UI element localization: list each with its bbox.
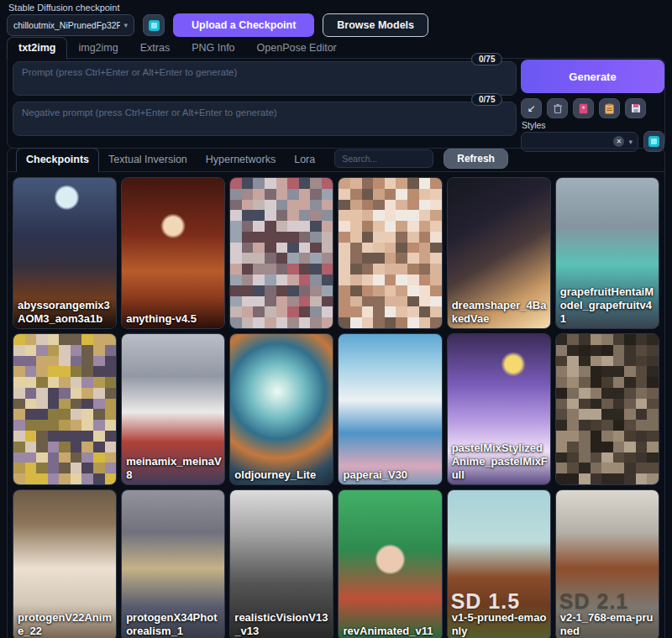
model-card-blurred-2[interactable] [338, 177, 442, 329]
thumbnail-overlay-text: SD 2.1 [559, 589, 628, 614]
extra-networks-panel: Checkpoints Textual Inversion Hypernetwo… [7, 148, 665, 638]
model-card-revanimated[interactable]: revAnimated_v11 [338, 489, 442, 638]
model-card-v21-768[interactable]: SD 2.1 v2-1_768-ema-pruned [555, 489, 659, 638]
model-thumbnail-pixelated [339, 178, 441, 328]
paste-params-button[interactable]: ↙ [521, 98, 542, 118]
checkpoint-label: Stable Diffusion checkpoint [8, 3, 120, 13]
model-card-name: dreamshaper_4BakedVae [452, 299, 549, 326]
model-card-name: paperai_V30 [343, 468, 439, 482]
clipboard-icon [605, 103, 614, 114]
model-card-name: protogenV22Anime_22 [18, 611, 114, 638]
model-card-name: abyssorangemix3AOM3_aom3a1b [18, 299, 114, 326]
styles-label: Styles [522, 120, 546, 130]
model-card-grid: abyssorangemix3AOM3_aom3a1b anything-v4.… [8, 172, 664, 638]
refresh-icon [648, 136, 659, 147]
model-card-name: pastelMixStylizedAnime_pastelMixFull [452, 442, 549, 482]
model-thumbnail-pixelated [556, 334, 659, 484]
model-card-name: realisticVisionV13_v13 [234, 611, 331, 638]
model-card-oldjourney[interactable]: oldjourney_Lite [229, 333, 333, 485]
model-card-blurred-4[interactable] [555, 333, 659, 485]
tab-extras[interactable]: Extras [129, 38, 181, 59]
refresh-button[interactable]: Refresh [444, 149, 508, 169]
txt2img-panel: 0/75 Prompt (press Ctrl+Enter or Alt+Ent… [7, 58, 665, 149]
tab-lora[interactable]: Lora [285, 149, 324, 171]
tab-hypernetworks[interactable]: Hypernetworks [197, 149, 285, 171]
model-card-protogen-v22[interactable]: protogenV22Anime_22 [13, 489, 117, 638]
search-input[interactable] [334, 149, 433, 168]
apply-style-button[interactable] [599, 98, 620, 118]
model-card-pastelmix[interactable]: pastelMixStylizedAnime_pastelMixFull [447, 333, 551, 485]
model-card-name: protogenX34Photorealism_1 [126, 611, 223, 638]
tab-png-info[interactable]: PNG Info [181, 38, 245, 59]
networks-tab-bar: Checkpoints Textual Inversion Hypernetwo… [8, 149, 664, 172]
browse-models-button[interactable]: Browse Models [323, 13, 428, 37]
model-card-name: v2-1_768-ema-pruned [560, 611, 657, 638]
tab-txt2img[interactable]: txt2img [7, 37, 67, 60]
model-card-abyssorangemix[interactable]: abyssorangemix3AOM3_aom3a1b [13, 177, 117, 329]
refresh-icon [149, 20, 160, 31]
prompt-input[interactable]: Prompt (press Ctrl+Enter or Alt+Enter to… [13, 61, 517, 96]
model-card-name: anything-v4.5 [126, 312, 223, 326]
main-tab-bar: txt2img img2img Extras PNG Info OpenPose… [7, 38, 665, 59]
clear-prompt-button[interactable] [547, 98, 568, 118]
model-card-blurred-1[interactable] [229, 177, 333, 329]
thumbnail-overlay-text: SD 1.5 [451, 589, 520, 614]
model-card-grapefruit[interactable]: grapefruitHentaiModel_grapefruitv41 [555, 177, 659, 329]
negative-prompt-token-counter: 0/75 [471, 93, 502, 106]
model-thumbnail-pixelated [230, 178, 333, 328]
trash-icon [553, 103, 563, 114]
upload-checkpoint-button[interactable]: Upload a Checkpoint [173, 13, 314, 37]
extra-networks-button[interactable] [573, 98, 594, 118]
model-card-name: grapefruitHentaiModel_grapefruitv41 [560, 285, 657, 326]
model-thumbnail [230, 334, 333, 484]
model-card-name: meinamix_meinaV8 [126, 455, 223, 482]
model-thumbnail [339, 334, 441, 484]
model-card-meinamix[interactable]: meinamix_meinaV8 [121, 333, 225, 485]
chevron-down-icon: ▾ [123, 21, 128, 29]
model-card-protogen-x34[interactable]: protogenX34Photorealism_1 [121, 489, 225, 638]
negative-prompt-input[interactable]: Negative prompt (press Ctrl+Enter or Alt… [13, 102, 517, 136]
save-style-button[interactable] [625, 98, 646, 118]
tab-checkpoints[interactable]: Checkpoints [16, 148, 99, 172]
chevron-down-icon: ▾ [628, 138, 633, 146]
generate-button[interactable]: Generate [521, 60, 664, 93]
card-icon [579, 103, 588, 114]
save-icon [631, 103, 641, 113]
model-card-name: revAnimated_v11 [343, 625, 439, 638]
model-card-name: oldjourney_Lite [234, 468, 331, 482]
model-thumbnail [122, 178, 224, 328]
model-thumbnail-pixelated [13, 334, 116, 484]
clear-styles-icon[interactable]: ✕ [613, 136, 624, 147]
tab-openpose-editor[interactable]: OpenPose Editor [246, 38, 348, 59]
prompt-tools: ↙ [521, 98, 646, 118]
model-card-dreamshaper[interactable]: dreamshaper_4BakedVae [447, 177, 551, 329]
model-card-paperai[interactable]: paperai_V30 [338, 333, 442, 485]
checkpoint-select[interactable]: chilloutmix_NiPrunedFp32Fix.safeter ▾ [7, 14, 134, 36]
arrow-down-left-icon: ↙ [527, 102, 535, 114]
model-card-anything-v45[interactable]: anything-v4.5 [121, 177, 225, 329]
prompt-token-counter: 0/75 [471, 53, 502, 65]
checkpoint-value: chilloutmix_NiPrunedFp32Fix.safeter [13, 20, 120, 30]
model-card-blurred-3[interactable] [13, 333, 117, 485]
model-card-v15-pruned[interactable]: SD 1.5 v1-5-pruned-emaonly [447, 489, 551, 638]
model-card-realistic-vision[interactable]: realisticVisionV13_v13 [229, 489, 333, 638]
model-card-name: v1-5-pruned-emaonly [452, 611, 549, 638]
model-thumbnail [339, 490, 441, 638]
tab-textual-inversion[interactable]: Textual Inversion [99, 149, 197, 171]
tab-img2img[interactable]: img2img [67, 38, 129, 59]
refresh-checkpoints-button[interactable] [143, 14, 165, 36]
